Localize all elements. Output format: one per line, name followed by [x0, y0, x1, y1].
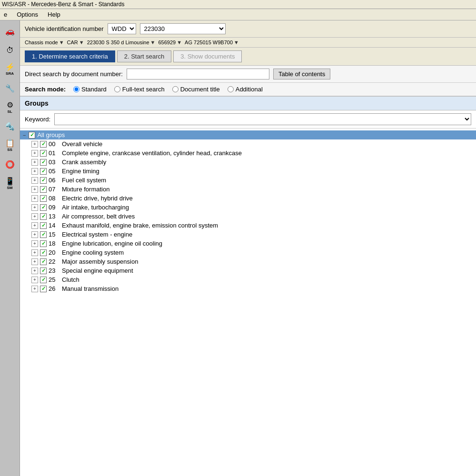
radio-fulltext[interactable]: Full-text search: [114, 86, 165, 93]
expand-icon-06[interactable]: +: [31, 177, 38, 184]
checkbox-07[interactable]: [40, 186, 47, 193]
tree-item-18[interactable]: + 18 Engine lubrication, engine oil cool…: [20, 239, 476, 248]
radio-doctitle-input[interactable]: [172, 86, 178, 92]
checkbox-26[interactable]: [40, 286, 47, 292]
checkbox-09[interactable]: [40, 204, 47, 211]
checkbox-23[interactable]: [40, 268, 47, 274]
expand-icon-14[interactable]: +: [31, 222, 38, 229]
checkbox-13[interactable]: [40, 213, 47, 220]
tree-item-26[interactable]: + 26 Manual transmission: [20, 284, 476, 293]
sidebar-item-wrench[interactable]: 🔧: [1, 79, 19, 98]
checkbox-03[interactable]: [40, 159, 47, 166]
chassis-engine-value: 656929: [159, 40, 176, 45]
chassis-car-dropdown[interactable]: CAR ▼: [67, 40, 84, 45]
expand-icon-09[interactable]: +: [31, 204, 38, 211]
sidebar-item-ss[interactable]: 📋 SS: [1, 137, 19, 155]
tree-item-22[interactable]: + 22 Major assembly suspension: [20, 257, 476, 266]
expand-icon-03[interactable]: +: [31, 159, 38, 166]
radio-fulltext-input[interactable]: [114, 86, 120, 92]
sidebar-item-sra[interactable]: ⚡ SRA: [1, 60, 19, 79]
toc-button[interactable]: Table of contents: [273, 69, 330, 79]
doc-search-input[interactable]: [127, 69, 269, 79]
sidebar-item-sl[interactable]: ⚙ SL: [1, 99, 19, 117]
radio-standard-input[interactable]: [73, 86, 79, 92]
tree-item-08[interactable]: + 08 Electric drive, hybrid drive: [20, 194, 476, 203]
expand-icon-07[interactable]: +: [31, 186, 38, 193]
radio-additional-input[interactable]: [228, 86, 234, 92]
tree-item-09[interactable]: + 09 Air intake, turbocharging: [20, 203, 476, 212]
checkbox-20[interactable]: [40, 249, 47, 256]
radio-doctitle[interactable]: Document title: [172, 86, 220, 93]
sidebar-item-circle[interactable]: ⭕: [1, 156, 19, 174]
search-tabs: 1. Determine search criteria 2. Start se…: [20, 48, 476, 66]
sidebar-item-bolt[interactable]: 🔩: [1, 118, 19, 136]
expand-icon-18[interactable]: +: [31, 240, 38, 247]
tree-item-06[interactable]: + 06 Fuel cell system: [20, 176, 476, 185]
checkbox-08[interactable]: [40, 195, 47, 202]
tab-determine-criteria[interactable]: 1. Determine search criteria: [25, 50, 115, 62]
tree-container: − All groups + 00 Overall vehicle + 01 C…: [20, 129, 476, 295]
menu-item-options[interactable]: Options: [15, 10, 40, 19]
expand-icon-15[interactable]: +: [31, 231, 38, 238]
expand-icon-20[interactable]: +: [31, 249, 38, 256]
vin-number-select[interactable]: 223030: [140, 23, 226, 34]
expand-icon-26[interactable]: +: [31, 286, 38, 292]
phone-icon: 📱: [5, 178, 15, 185]
checkbox-18[interactable]: [40, 240, 47, 247]
checkbox-25[interactable]: [40, 277, 47, 283]
expand-icon-23[interactable]: +: [31, 268, 38, 274]
chassis-ag-value: AG 725015 W9B700: [185, 40, 233, 45]
checkbox-22[interactable]: [40, 258, 47, 265]
expand-icon-08[interactable]: +: [31, 195, 38, 202]
menu-item-help[interactable]: Help: [46, 10, 62, 19]
expand-icon-22[interactable]: +: [31, 258, 38, 265]
radio-additional[interactable]: Additional: [228, 86, 263, 93]
expand-icon-05[interactable]: +: [31, 168, 38, 175]
chassis-ag-arrow: ▼: [234, 40, 239, 45]
sidebar-item-sm[interactable]: 📱 SM: [1, 175, 19, 193]
root-collapse-icon[interactable]: −: [23, 132, 26, 138]
tree-item-25[interactable]: + 25 Clutch: [20, 275, 476, 284]
item-text-00: Overall vehicle: [62, 140, 102, 148]
chassis-engine-dropdown[interactable]: 656929 ▼: [159, 40, 182, 45]
tree-item-13[interactable]: + 13 Air compressor, belt drives: [20, 212, 476, 221]
sidebar-item-0[interactable]: 🚗: [1, 22, 19, 40]
tree-item-05[interactable]: + 05 Engine timing: [20, 167, 476, 176]
tree-item-03[interactable]: + 03 Crank assembly: [20, 158, 476, 167]
chassis-ag-dropdown[interactable]: AG 725015 W9B700 ▼: [185, 40, 239, 45]
expand-icon-25[interactable]: +: [31, 277, 38, 283]
tree-item-15[interactable]: + 15 Electrical system - engine: [20, 230, 476, 239]
sidebar-item-1[interactable]: ⏱: [1, 41, 19, 60]
radio-standard[interactable]: Standard: [73, 86, 107, 93]
radio-doctitle-label: Document title: [180, 86, 220, 93]
item-number-13: 13: [49, 213, 60, 220]
tab-start-search[interactable]: 2. Start search: [117, 50, 172, 62]
tree-item-14[interactable]: + 14 Exhaust manifold, engine brake, emi…: [20, 221, 476, 230]
checkbox-14[interactable]: [40, 222, 47, 229]
item-text-18: Engine lubrication, engine oil cooling: [62, 240, 162, 247]
search-mode-label: Search mode:: [25, 86, 66, 93]
checkbox-15[interactable]: [40, 231, 47, 238]
checkbox-00[interactable]: [40, 141, 47, 148]
expand-icon-13[interactable]: +: [31, 213, 38, 220]
tree-item-20[interactable]: + 20 Engine cooling system: [20, 248, 476, 257]
tree-item-00[interactable]: + 00 Overall vehicle: [20, 139, 476, 149]
expand-icon-01[interactable]: +: [31, 150, 38, 157]
menu-item-e[interactable]: e: [2, 10, 9, 19]
checkbox-01[interactable]: [40, 150, 47, 157]
item-number-26: 26: [49, 285, 60, 292]
checkbox-05[interactable]: [40, 168, 47, 175]
vin-prefix-select[interactable]: WDD: [108, 23, 136, 34]
checkbox-06[interactable]: [40, 177, 47, 184]
car-icon: 🚗: [5, 28, 15, 35]
root-checkbox[interactable]: [29, 132, 35, 139]
tree-item-07[interactable]: + 07 Mixture formation: [20, 185, 476, 194]
tree-item-01[interactable]: + 01 Complete engine, crankcase ventilat…: [20, 149, 476, 158]
tree-item-23[interactable]: + 23 Special engine equipment: [20, 266, 476, 275]
keyword-select[interactable]: [54, 113, 471, 125]
tree-root[interactable]: − All groups: [20, 130, 476, 139]
chassis-mode-dropdown[interactable]: Chassis mode ▼: [25, 40, 64, 45]
item-number-08: 08: [49, 195, 60, 202]
chassis-model-dropdown[interactable]: 223030 S 350 d Limousine ▼: [87, 40, 156, 45]
expand-icon-00[interactable]: +: [31, 141, 38, 148]
